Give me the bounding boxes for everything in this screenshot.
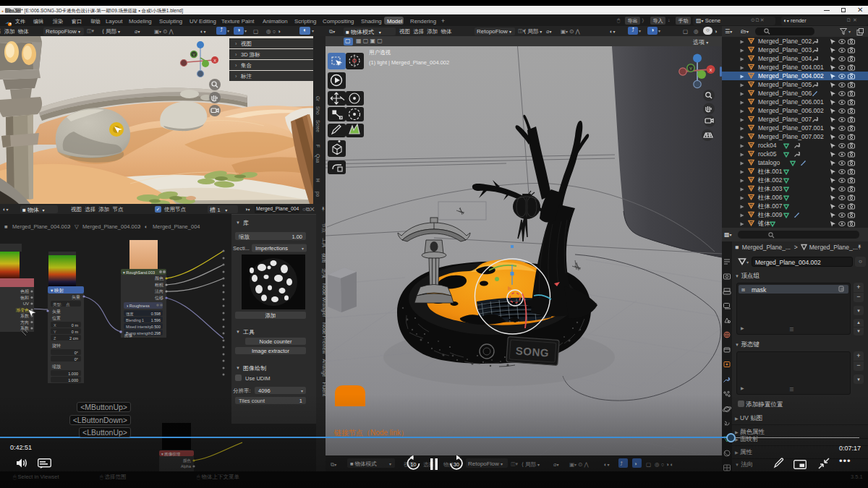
svg-text:0 m: 0 m (72, 330, 79, 334)
svg-text:▽: ▽ (75, 223, 79, 230)
svg-text:颜色: 颜色 (183, 458, 192, 463)
svg-text:po: po (315, 192, 320, 197)
svg-text:0 m: 0 m (72, 323, 79, 328)
svg-text:Qua: Qua (315, 154, 320, 163)
svg-text:位置: 位置 (52, 316, 61, 320)
svg-text:◐▾: ◐▾ (604, 461, 610, 468)
svg-text:▼: ▼ (236, 221, 240, 225)
svg-text:Use UDIM: Use UDIM (245, 375, 271, 382)
svg-text:Image extractor: Image extractor (252, 348, 290, 354)
svg-text:标注: 标注 (240, 73, 252, 80)
svg-text:■ 物体模式: ■ 物体模式 (350, 461, 377, 467)
svg-text:1.00: 1.00 (292, 234, 302, 240)
svg-text:⤴: ⤴ (620, 461, 623, 467)
svg-text:类型: 点: 类型: 点 (53, 302, 70, 307)
svg-text:›: › (139, 223, 141, 230)
svg-text:(1) light | Merged_Plane_004.0: (1) light | Merged_Plane_004.002 (369, 59, 449, 66)
svg-text:4096: 4096 (258, 388, 271, 394)
svg-text:Imperfections: Imperfections (255, 245, 288, 252)
svg-text:H: H (315, 179, 320, 182)
svg-text:▼: ▼ (236, 330, 240, 334)
svg-text:▢: ▢ (646, 461, 651, 468)
svg-text:⟨ 局部 ▾: ⟨ 局部 ▾ (522, 461, 540, 468)
svg-text:缩放: 缩放 (52, 364, 61, 369)
svg-text:Secti...: Secti... (233, 245, 250, 252)
svg-text:X: X (54, 323, 56, 328)
svg-text:0.598: 0.598 (151, 312, 161, 316)
svg-text:3D 游标: 3D 游标 (241, 51, 260, 58)
svg-text:▾: ▾ (301, 389, 303, 393)
svg-text:图像: 图像 (124, 333, 133, 338)
svg-text:⌀▾: ⌀▾ (553, 461, 559, 468)
svg-text:▾ 映射: ▾ 映射 (51, 288, 64, 293)
svg-text:▾ RoughSand.003: ▾ RoughSand.003 (123, 270, 155, 275)
svg-text:Merged_Plane_004.002: Merged_Plane_004.002 (82, 223, 140, 230)
svg-text:◎ ○ ◑ ◐: ◎ ○ ◑ ◐ (655, 461, 673, 468)
svg-text:Merged_Plane_004.002: Merged_Plane_004.002 (12, 223, 70, 230)
svg-text:Y: Y (54, 330, 56, 334)
svg-text:▾: ▾ (389, 462, 391, 466)
svg-text:0.298: 0.298 (151, 331, 161, 335)
svg-text:⧉▾: ⧉▾ (331, 461, 336, 468)
svg-text:添加: 添加 (265, 312, 276, 319)
svg-text:◫▾: ◫▾ (511, 461, 519, 466)
svg-text:◑: ◑ (634, 461, 637, 467)
svg-text:Y: Y (192, 53, 195, 57)
svg-text:工具: 工具 (243, 329, 255, 335)
svg-text:方向: 方向 (20, 320, 29, 325)
svg-text:分辨率:: 分辨率: (233, 388, 251, 394)
svg-text:Mixed intensity: Mixed intensity (126, 325, 151, 329)
svg-text:Alpha: Alpha (181, 464, 192, 468)
svg-text:▾: ▾ (302, 247, 304, 251)
svg-text:视图: 视图 (241, 40, 252, 47)
svg-text:Sho: Sho (315, 106, 320, 115)
svg-text:Scree: Scree (315, 120, 320, 132)
svg-text:渐变色: 渐变色 (16, 307, 30, 313)
svg-text:矢量: 矢量 (52, 309, 61, 314)
svg-text:Merged_Plane_004: Merged_Plane_004 (153, 223, 200, 230)
svg-text:Node counter: Node counter (259, 338, 292, 345)
svg-text:颜色: 颜色 (155, 275, 164, 281)
svg-text:色相: 色相 (20, 289, 29, 294)
svg-text:图像绘制: 图像绘制 (243, 365, 266, 372)
svg-text:◐: ◐ (145, 223, 148, 230)
svg-text:RetopoFlow ▾: RetopoFlow ▾ (468, 461, 503, 467)
svg-text:1.000: 1.000 (68, 378, 78, 382)
svg-text:▼: ▼ (236, 366, 240, 370)
svg-text:Tiles count: Tiles count (239, 398, 265, 404)
svg-text:›: › (69, 223, 71, 230)
svg-text:用户透视: 用户透视 (369, 49, 391, 56)
svg-text:▾ 图像纹理: ▾ 图像纹理 (161, 452, 181, 457)
svg-text:0.500: 0.500 (151, 325, 161, 329)
svg-text:1.000: 1.000 (68, 372, 78, 376)
svg-text:系数: 系数 (20, 313, 29, 318)
svg-text:法向: 法向 (155, 289, 163, 294)
svg-text:集合: 集合 (241, 62, 252, 69)
svg-text:▣▾ ⊙ ⋀: ▣▾ ⊙ ⋀ (569, 461, 590, 468)
svg-text:位移: 位移 (155, 296, 163, 301)
svg-text:Y: Y (689, 67, 692, 71)
svg-text:1.596: 1.596 (151, 318, 161, 322)
svg-text:10: 10 (411, 462, 417, 467)
svg-text:◑ Roughness: ◑ Roughness (126, 304, 150, 308)
svg-text:饱和: 饱和 (20, 295, 29, 300)
svg-text:缩放: 缩放 (239, 234, 250, 240)
svg-text:X: X (709, 68, 712, 72)
svg-text:UV: UV (23, 301, 29, 306)
svg-text:F: F (315, 145, 320, 147)
svg-text:2 cm: 2 cm (69, 336, 78, 341)
svg-text:矢量: 矢量 (72, 295, 80, 299)
svg-text:30: 30 (454, 462, 459, 467)
svg-text:X: X (213, 59, 216, 63)
svg-text:1: 1 (299, 398, 302, 404)
svg-text:库: 库 (243, 220, 249, 226)
svg-text:■: ■ (4, 223, 8, 230)
svg-text:0°: 0° (75, 351, 78, 355)
svg-text:0°: 0° (75, 357, 78, 361)
svg-text:Blending 1: Blending 1 (126, 318, 144, 322)
svg-text:旋转: 旋转 (52, 343, 61, 348)
svg-text:SONG: SONG (515, 344, 549, 359)
svg-text:强度: 强度 (126, 312, 134, 317)
svg-text:Gr: Gr (315, 96, 320, 102)
svg-text:粗粯: 粗粯 (155, 283, 163, 288)
